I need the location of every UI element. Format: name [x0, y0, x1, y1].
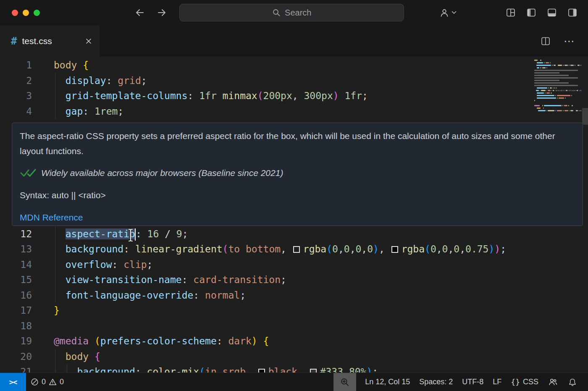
code-token: 1rem: [94, 106, 118, 117]
line-number[interactable]: 13: [0, 241, 42, 257]
code-line[interactable]: @media (prefers-color-scheme: dark) {: [42, 333, 588, 349]
scrollbar-thumb[interactable]: [582, 108, 588, 125]
color-swatch[interactable]: [310, 369, 317, 373]
line-number[interactable]: 4: [0, 104, 42, 119]
code-token: [217, 90, 223, 101]
code-token: rgba: [303, 244, 326, 255]
color-swatch[interactable]: [293, 246, 300, 253]
code-line[interactable]: body {: [42, 349, 588, 365]
forward-button[interactable]: [157, 8, 167, 17]
mdn-reference-link[interactable]: MDN Reference: [20, 210, 83, 225]
code-token: overflow: [66, 259, 112, 270]
encoding-button[interactable]: UTF-8: [457, 373, 488, 391]
code-line[interactable]: body {: [42, 58, 588, 73]
warning-count: 0: [60, 378, 64, 386]
tab-bar: # test.css ⋯: [0, 25, 588, 57]
close-window-button[interactable]: [12, 10, 18, 16]
code-token: view-transition-name: [66, 274, 182, 285]
line-number[interactable]: 3: [0, 88, 42, 104]
sidebar-left-icon: [527, 8, 536, 17]
code-token: (: [257, 90, 263, 101]
eol-button[interactable]: LF: [488, 373, 506, 391]
zoom-indicator[interactable]: [333, 373, 356, 391]
indent-guide: [67, 364, 67, 373]
remote-indicator[interactable]: ><: [0, 373, 26, 391]
customize-layout-button[interactable]: [506, 8, 515, 17]
more-actions-icon: ⋯: [564, 35, 575, 47]
code-line[interactable]: overflow: clip;: [42, 257, 588, 273]
code-token: 0: [355, 244, 361, 255]
toggle-panel-button[interactable]: [547, 8, 556, 17]
remote-icon: ><: [9, 378, 17, 386]
line-number[interactable]: 20: [0, 349, 42, 365]
toggle-primary-sidebar-button[interactable]: [527, 8, 536, 17]
code-line[interactable]: view-transition-name: card-transition;: [42, 272, 588, 288]
line-number[interactable]: 15: [0, 272, 42, 288]
language-mode-button[interactable]: {} CSS: [506, 373, 543, 391]
line-number[interactable]: 16: [0, 288, 42, 303]
accounts-button[interactable]: [543, 373, 563, 391]
hover-tooltip: The aspect-ratio CSS property sets a pre…: [12, 123, 583, 226]
code-token: dark: [228, 336, 251, 346]
error-count: 0: [42, 378, 46, 386]
line-number[interactable]: 17: [0, 303, 42, 318]
code-token: aspect-ratio: [66, 228, 135, 239]
code-token: :: [182, 274, 194, 285]
code-token: ): [488, 244, 494, 255]
line-number[interactable]: 12: [0, 226, 42, 242]
error-icon: [31, 378, 39, 386]
code-line[interactable]: display: grid;: [42, 73, 588, 89]
code-token: :: [193, 290, 205, 301]
code-token: 16: [147, 228, 159, 239]
minimize-window-button[interactable]: [23, 10, 29, 16]
line-number[interactable]: 19: [0, 333, 42, 349]
line-number[interactable]: 21: [0, 364, 42, 373]
more-actions-button[interactable]: ⋯: [564, 39, 575, 43]
line-number[interactable]: 1: [0, 58, 42, 73]
line-number[interactable]: 14: [0, 257, 42, 273]
problems-button[interactable]: 0 0: [26, 373, 68, 391]
code-line[interactable]: aspect-ratio: 16 / 9;: [42, 226, 588, 242]
color-swatch[interactable]: [258, 369, 265, 373]
code-line[interactable]: background: linear-gradient(to bottom, r…: [42, 241, 588, 257]
indent-guide: [55, 241, 55, 257]
code-token: ,: [338, 244, 344, 255]
line-number[interactable]: 2: [0, 73, 42, 89]
indent-guide: [55, 257, 55, 273]
back-button[interactable]: [135, 8, 145, 17]
notifications-button[interactable]: [563, 373, 582, 391]
code-line[interactable]: [42, 318, 588, 334]
code-token: 0: [442, 244, 448, 255]
account-menu-button[interactable]: [440, 8, 457, 17]
code-line[interactable]: background: color-mix(in srgb, black, #3…: [42, 364, 588, 373]
minimap-lines: [534, 59, 581, 112]
editor[interactable]: 123456789101112131415161718192021 body {…: [0, 57, 588, 373]
code-token: }: [54, 305, 60, 316]
code-line[interactable]: grid-template-columns: 1fr minmax(200px,…: [42, 88, 588, 104]
cursor-position-button[interactable]: Ln 12, Col 15: [360, 373, 415, 391]
code-token: 0: [367, 244, 373, 255]
split-editor-button[interactable]: [541, 37, 550, 46]
zoom-window-button[interactable]: [34, 10, 40, 16]
code-token: ;: [141, 75, 147, 86]
search-box[interactable]: Search: [179, 4, 404, 21]
line-number[interactable]: 18: [0, 318, 42, 334]
code-token: ;: [372, 366, 378, 373]
code-line[interactable]: gap: 1rem;: [42, 104, 588, 119]
indent-guide: [55, 104, 55, 119]
code-token: to bottom: [228, 244, 281, 255]
minimap[interactable]: [534, 59, 581, 112]
tab-test-css[interactable]: # test.css: [0, 25, 100, 57]
close-tab-button[interactable]: [84, 37, 93, 45]
ibeam-icon: [127, 228, 134, 242]
color-swatch[interactable]: [391, 246, 398, 253]
code-token: :: [112, 259, 123, 270]
indent-guide: [55, 349, 55, 365]
code-line[interactable]: }: [42, 303, 588, 318]
code-token: [54, 290, 66, 301]
code-token: 200px: [263, 90, 292, 101]
toggle-secondary-sidebar-button[interactable]: [568, 8, 577, 17]
indentation-button[interactable]: Spaces: 2: [415, 373, 457, 391]
baseline-widely-available-icon: [20, 168, 37, 178]
code-line[interactable]: font-language-override: normal;: [42, 288, 588, 303]
